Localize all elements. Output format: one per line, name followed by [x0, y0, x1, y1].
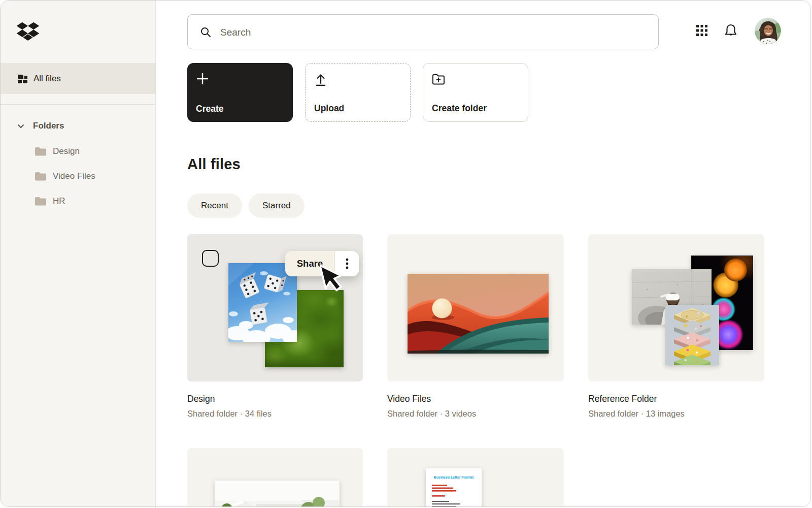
dice-sky-image — [228, 263, 297, 342]
sidebar-item-label: All files — [33, 74, 61, 84]
folder-tile-design[interactable]: Share Design Shared folder · 34 files — [187, 234, 363, 419]
plus-icon — [196, 72, 209, 85]
abstract-waves-image — [408, 274, 549, 354]
sidebar-folder-video-files[interactable]: Video Files — [1, 165, 155, 188]
folder-label: Video Files — [53, 171, 95, 181]
create-folder-button-label: Create folder — [432, 103, 487, 114]
main-content: Create Upload Create folder All files Re… — [156, 1, 810, 506]
apps-grid-button[interactable] — [695, 24, 708, 38]
kebab-menu-icon — [346, 258, 349, 270]
sidebar-item-all-files[interactable]: All files — [1, 63, 155, 94]
business-letter-document: Business Letter Format — [426, 468, 482, 507]
tile-title[interactable]: Video Files — [387, 394, 564, 404]
doc-title-text: Business Letter Format — [434, 475, 474, 479]
notifications-button[interactable] — [724, 23, 738, 39]
folder-icon — [35, 171, 47, 181]
search-input[interactable] — [219, 15, 648, 50]
folder-icon — [35, 196, 47, 206]
create-folder-button[interactable]: Create folder — [423, 63, 528, 122]
filter-chip-recent[interactable]: Recent — [187, 194, 242, 218]
apps-grid-icon — [696, 24, 708, 37]
app-window: All files Folders Design Video Files — [0, 0, 811, 507]
tile-subtitle: Shared folder · 3 videos — [387, 409, 564, 419]
sidebar: All files Folders Design Video Files — [1, 1, 156, 506]
filter-chip-starred[interactable]: Starred — [249, 194, 304, 218]
sidebar-folder-hr[interactable]: HR — [1, 189, 155, 213]
sidebar-folder-design[interactable]: Design — [1, 140, 155, 163]
all-files-icon — [17, 73, 28, 84]
search-icon — [200, 26, 212, 38]
tile-subtitle: Shared folder · 13 images — [588, 409, 764, 419]
video-files-thumbnail-area — [387, 234, 564, 382]
account-avatar[interactable] — [755, 18, 781, 44]
search-bar — [187, 14, 659, 49]
folder-icon — [35, 146, 47, 156]
folder-tile-reference-folder[interactable]: Reference Folder Shared folder · 13 imag… — [588, 234, 764, 419]
folders-header-label: Folders — [33, 121, 64, 131]
folder-tile-partial-1[interactable] — [187, 448, 363, 507]
create-button[interactable]: Create — [187, 63, 293, 122]
dropbox-logo[interactable] — [16, 20, 40, 43]
folder-label: Design — [53, 146, 80, 156]
page-title: All files — [187, 156, 241, 173]
folder-label: HR — [53, 196, 65, 206]
tile-subtitle: Shared folder · 34 files — [187, 409, 363, 419]
upload-button-label: Upload — [314, 103, 344, 114]
sidebar-divider — [1, 104, 155, 105]
white-village-photo — [215, 481, 340, 507]
folders-section-toggle[interactable]: Folders — [1, 117, 155, 135]
tile-title[interactable]: Design — [187, 394, 363, 404]
tile-title[interactable]: Reference Folder — [588, 394, 764, 404]
chevron-down-icon — [16, 121, 25, 131]
folder-tile-partial-2[interactable]: Business Letter Format — [387, 448, 564, 507]
folder-tile-video-files[interactable]: Video Files Shared folder · 3 videos — [387, 234, 564, 419]
create-button-label: Create — [196, 104, 223, 114]
upload-button[interactable]: Upload — [305, 63, 411, 122]
partial-thumbnail-area-2: Business Letter Format — [387, 448, 564, 507]
folder-plus-icon — [432, 73, 445, 86]
upload-icon — [314, 73, 327, 86]
design-thumbnail-area: Share — [187, 234, 363, 382]
partial-thumbnail-area-1 — [187, 448, 363, 507]
isometric-layers-image — [665, 305, 719, 365]
mouse-cursor — [320, 262, 343, 293]
bell-icon — [724, 23, 738, 39]
reference-thumbnail-area — [588, 234, 764, 382]
select-checkbox[interactable] — [202, 250, 219, 267]
